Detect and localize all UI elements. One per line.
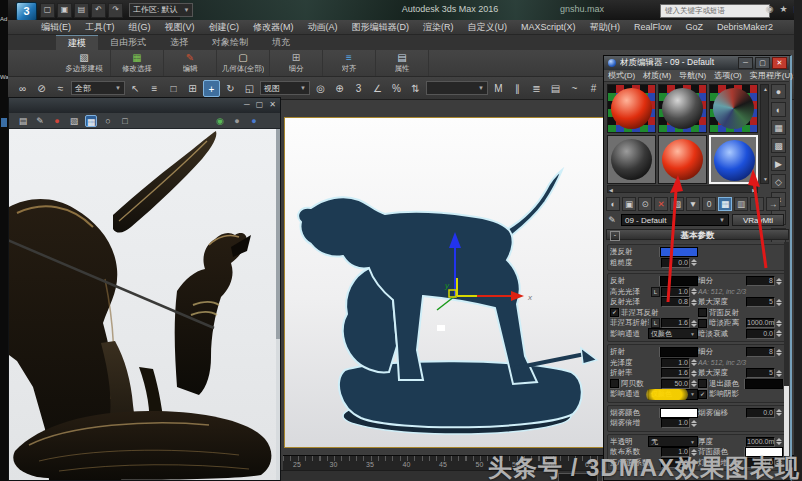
color-swatch-烟雾颜色[interactable]: [660, 408, 698, 418]
menu-item-工具(T)[interactable]: 工具(T): [78, 20, 122, 35]
spinner[interactable]: [691, 358, 698, 367]
slot-red-glossy[interactable]: [658, 135, 707, 184]
menu-item-组(G)[interactable]: 组(G): [122, 20, 158, 35]
checkbox-背面反射[interactable]: [698, 308, 707, 317]
select-and-manipulate-icon[interactable]: ⊕: [331, 80, 348, 97]
ribbon-button-对齐[interactable]: ≡对齐: [323, 50, 376, 76]
max-logo-button[interactable]: 3: [16, 2, 37, 21]
bind-to-spacewarp-icon[interactable]: ≈: [52, 80, 69, 97]
backlight-icon[interactable]: ◐: [771, 102, 786, 117]
menu-item-帮助(H)[interactable]: 帮助(H): [583, 20, 628, 35]
search-input[interactable]: 键入关键字或短语: [660, 4, 770, 18]
me-menu-item-选项(O)[interactable]: 选项(O): [714, 70, 742, 81]
menu-item-图形编辑器(D)[interactable]: 图形编辑器(D): [345, 20, 417, 35]
window-crossing-icon[interactable]: ⊞: [184, 80, 201, 97]
me-menu-item-材质(M)[interactable]: 材质(M): [643, 70, 671, 81]
model-tail[interactable]: [506, 170, 562, 236]
undo-icon[interactable]: ↶: [91, 3, 106, 18]
menu-item-GoZ[interactable]: GoZ: [679, 20, 711, 35]
value-field-粗糙度[interactable]: 0.0: [661, 258, 690, 268]
menu-item-动画(A)[interactable]: 动画(A): [301, 20, 345, 35]
assign-material-to-selection-icon[interactable]: ⊙: [638, 197, 652, 211]
redo-icon[interactable]: ↷: [108, 3, 123, 18]
spinner[interactable]: [776, 437, 783, 446]
menu-item-修改器(M)[interactable]: 修改器(M): [246, 20, 301, 35]
ribbon-button-编辑[interactable]: ✎编辑: [164, 50, 217, 76]
lock-button[interactable]: L: [651, 318, 660, 328]
me-menu-item-实用程序(U)[interactable]: 实用程序(U): [750, 70, 793, 81]
basic-parameters-rollout[interactable]: - 基本参数: [606, 229, 789, 240]
spinner[interactable]: [691, 379, 698, 388]
spinner[interactable]: [776, 408, 783, 417]
value-field-细分[interactable]: 8: [746, 347, 775, 357]
value-field-厚度[interactable]: 1000.0m: [746, 437, 775, 447]
sample-type-sphere-icon[interactable]: ●: [771, 84, 786, 99]
show-shaded-material-in-viewport-icon[interactable]: ▦: [718, 197, 732, 211]
spinner[interactable]: [691, 258, 698, 267]
menu-item-DebrisMaker2[interactable]: DebrisMaker2: [710, 20, 780, 35]
close-button[interactable]: ✕: [269, 100, 276, 110]
spinner[interactable]: [776, 319, 783, 328]
slot-red-checker[interactable]: [607, 84, 656, 133]
grid-view-icon[interactable]: ▦: [85, 115, 97, 127]
thumbnails-icon[interactable]: ▤: [17, 115, 29, 127]
selection-filter-dropdown[interactable]: 全部▼: [71, 81, 125, 95]
mirror-icon[interactable]: M: [490, 80, 507, 97]
ribbon-button-修改选择[interactable]: ▦修改选择: [111, 50, 164, 76]
spinner[interactable]: [776, 369, 783, 378]
make-material-copy-icon[interactable]: ▧: [670, 197, 684, 211]
material-name-dropdown[interactable]: 09 - Default ▼: [621, 214, 729, 226]
viewport-canvas[interactable]: y x: [285, 118, 609, 447]
active-viewport[interactable]: y x: [284, 117, 610, 448]
video-color-check-icon[interactable]: ▶: [771, 156, 786, 171]
go-to-parent-icon[interactable]: ↑: [750, 197, 764, 211]
ribbon-tab-选择[interactable]: 选择: [158, 35, 200, 50]
layer-manager-icon[interactable]: ≣: [528, 80, 545, 97]
reset-map-icon[interactable]: ✕: [654, 197, 668, 211]
color-swatch-漫反射[interactable]: [660, 247, 698, 257]
value-field-高光光泽[interactable]: 1.0: [661, 287, 690, 297]
select-and-scale-icon[interactable]: ◱: [241, 80, 258, 97]
workspace-dropdown[interactable]: 工作区: 默认▼: [129, 3, 193, 17]
collapse-icon[interactable]: -: [610, 231, 620, 241]
put-to-library-icon[interactable]: ▼: [686, 197, 700, 211]
spinner[interactable]: [776, 298, 783, 307]
value-field-烟雾倍增[interactable]: 1.0: [661, 418, 690, 428]
dog-statue-model[interactable]: y x: [285, 118, 609, 447]
maximize-button[interactable]: ▢: [755, 57, 770, 69]
spinner[interactable]: [776, 329, 783, 338]
spinner[interactable]: [691, 298, 698, 307]
value-field-折射率[interactable]: 1.6: [661, 368, 690, 378]
save-file-icon[interactable]: ▤: [74, 3, 89, 18]
ribbon-button-属性[interactable]: ▤属性: [376, 50, 429, 76]
slots-hscrollbar[interactable]: ◀ ▶: [607, 185, 758, 193]
checkbox-菲涅耳反射[interactable]: ✓: [610, 308, 619, 317]
dropdown-影响通道[interactable]: 仅颜色▼: [648, 328, 698, 339]
menu-item-RealFlow[interactable]: RealFlow: [627, 20, 679, 35]
slot-swirl-checker[interactable]: [709, 84, 758, 133]
select-object-icon[interactable]: ↖: [127, 80, 144, 97]
scroll-left-icon[interactable]: ◀: [609, 187, 613, 193]
checkbox-暗淡距离[interactable]: [698, 319, 707, 328]
record-icon[interactable]: ●: [51, 115, 63, 127]
slot-gray-checker[interactable]: [658, 84, 707, 133]
value-field-烟雾偏移[interactable]: 0.0: [746, 408, 775, 418]
slot-charcoal[interactable]: [607, 135, 656, 184]
menu-item-视图(V)[interactable]: 视图(V): [158, 20, 202, 35]
slot-blue-glossy[interactable]: [709, 135, 758, 184]
edit-icon[interactable]: ✎: [34, 115, 46, 127]
me-menu-item-模式(D)[interactable]: 模式(D): [608, 70, 635, 81]
pause-icon[interactable]: ●: [231, 115, 243, 127]
photo-scrollbar-thumb[interactable]: [276, 129, 280, 339]
model-body[interactable]: [298, 197, 537, 384]
menu-item-自定义(U)[interactable]: 自定义(U): [461, 20, 515, 35]
reference-coordinate-dropdown[interactable]: 视图▼: [260, 81, 310, 95]
scroll-up-icon[interactable]: ▲: [763, 86, 768, 92]
sample-uv-tiling-icon[interactable]: ▩: [771, 138, 786, 153]
color-swatch-反射[interactable]: [660, 276, 698, 286]
menu-item-渲染(R)[interactable]: 渲染(R): [416, 20, 461, 35]
params-scrollbar-thumb[interactable]: [784, 386, 789, 456]
scroll-down-icon[interactable]: ▼: [763, 176, 768, 182]
ribbon-tab-填充[interactable]: 填充: [260, 35, 302, 50]
favorites-icon[interactable]: ★: [778, 3, 789, 16]
